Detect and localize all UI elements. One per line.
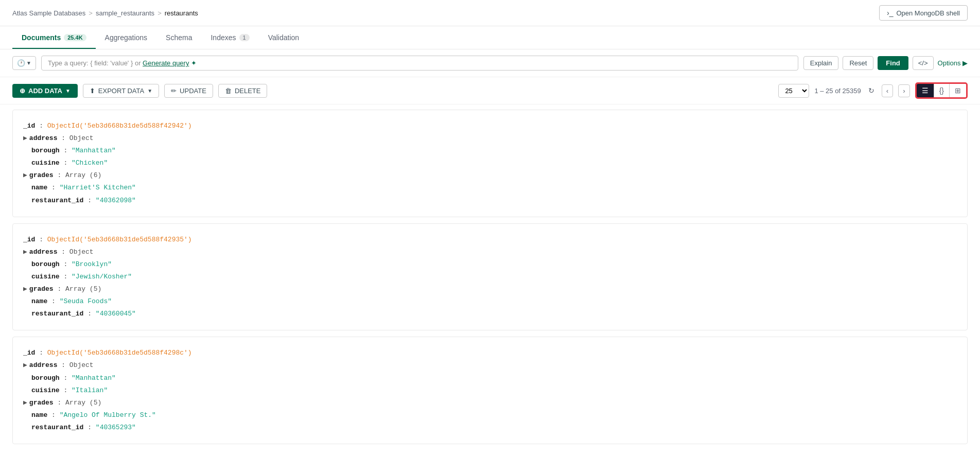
doc2-id-value: ObjectId('5eb3d668b31de5d588f42935')	[47, 236, 192, 243]
doc1-grades-expand[interactable]: ▶	[23, 171, 27, 179]
query-bar: 🕐 ▼ Type a query: { field: 'value' } or …	[0, 49, 980, 77]
add-data-label: ADD DATA	[28, 87, 62, 95]
doc3-id-value: ObjectId('5eb3d668b31de5d588f4298c')	[47, 349, 192, 357]
data-toolbar: ⊕ ADD DATA ▼ ⬆ EXPORT DATA ▼ ✏ UPDATE 🗑 …	[0, 77, 980, 104]
list-view-icon: ☰	[922, 86, 929, 95]
refresh-icon: ↻	[868, 86, 874, 95]
code-icon: </>	[918, 59, 928, 67]
doc1-address-line: ▶address : Object	[23, 133, 957, 144]
tab-documents-badge: 25.4K	[64, 34, 86, 41]
table-view-button[interactable]: ⊞	[950, 84, 966, 97]
breadcrumb-part2[interactable]: sample_restaurants	[96, 9, 154, 17]
document-card-3: _id : ObjectId('5eb3d668b31de5d588f4298c…	[12, 337, 968, 444]
delete-button[interactable]: 🗑 DELETE	[218, 84, 268, 98]
open-mongodb-shell-button[interactable]: ›_ Open MongoDB shell	[879, 5, 968, 21]
doc2-id-line: _id : ObjectId('5eb3d668b31de5d588f42935…	[23, 234, 957, 245]
doc2-restaurant-id-line: restaurant_id : "40360045"	[23, 308, 957, 320]
explain-button[interactable]: Explain	[803, 56, 839, 70]
clock-dropdown-icon: ▼	[26, 60, 31, 66]
doc1-id-line: _id : ObjectId('5eb3d668b31de5d588f42942…	[23, 120, 957, 132]
tab-documents[interactable]: Documents 25.4K	[12, 26, 96, 49]
doc2-borough-line: borough : "Brooklyn"	[23, 259, 957, 270]
options-link[interactable]: Options ▶	[938, 59, 968, 67]
doc1-address-expand[interactable]: ▶	[23, 134, 27, 142]
document-card-2: _id : ObjectId('5eb3d668b31de5d588f42935…	[12, 223, 968, 331]
doc2-address-expand[interactable]: ▶	[23, 248, 27, 256]
generate-query-icon: ✦	[191, 59, 197, 67]
next-page-button[interactable]: ›	[898, 84, 909, 97]
query-input-wrapper: Type a query: { field: 'value' } or Gene…	[41, 56, 798, 71]
doc1-cuisine-line: cuisine : "Chicken"	[23, 157, 957, 169]
add-data-chevron: ▼	[65, 88, 71, 94]
open-shell-label: Open MongoDB shell	[896, 9, 960, 17]
export-data-button[interactable]: ⬆ EXPORT DATA ▼	[83, 84, 159, 98]
tab-aggregations[interactable]: Aggregations	[96, 26, 157, 49]
doc2-cuisine-line: cuisine : "Jewish/Kosher"	[23, 271, 957, 283]
pagination-info: 1 – 25 of 25359	[814, 87, 861, 95]
table-view-icon: ⊞	[955, 86, 961, 95]
doc1-grades-line: ▶grades : Array (6)	[23, 170, 957, 181]
tabs-bar: Documents 25.4K Aggregations Schema Inde…	[0, 26, 980, 49]
tab-indexes-badge: 1	[239, 34, 250, 41]
prev-page-button[interactable]: ‹	[882, 84, 893, 97]
doc3-restaurant-id-line: restaurant_id : "40365293"	[23, 422, 957, 433]
per-page-select[interactable]: 25 50 100	[778, 84, 809, 98]
doc2-address-line: ▶address : Object	[23, 247, 957, 258]
reset-button[interactable]: Reset	[843, 56, 873, 70]
export-data-chevron: ▼	[147, 88, 152, 94]
update-button[interactable]: ✏ UPDATE	[164, 84, 213, 98]
doc3-id-line: _id : ObjectId('5eb3d668b31de5d588f4298c…	[23, 347, 957, 359]
breadcrumb-sep1: >	[89, 9, 93, 17]
next-icon: ›	[903, 87, 905, 95]
add-data-button[interactable]: ⊕ ADD DATA ▼	[12, 84, 78, 98]
tab-indexes-label: Indexes	[211, 33, 236, 42]
doc2-grades-line: ▶grades : Array (5)	[23, 284, 957, 295]
tab-indexes[interactable]: Indexes 1	[201, 26, 258, 49]
toolbar-left: ⊕ ADD DATA ▼ ⬆ EXPORT DATA ▼ ✏ UPDATE 🗑 …	[12, 84, 267, 98]
query-actions: Explain Reset Find </> Options ▶	[803, 56, 968, 70]
shell-icon: ›_	[887, 9, 893, 17]
code-view-button[interactable]: </>	[913, 56, 934, 70]
tab-validation[interactable]: Validation	[259, 26, 308, 49]
doc3-cuisine-line: cuisine : "Italian"	[23, 385, 957, 396]
toolbar-right: 25 50 100 1 – 25 of 25359 ↻ ‹ › ☰ {} ⊞	[778, 82, 968, 99]
doc3-address-line: ▶address : Object	[23, 360, 957, 371]
delete-label: DELETE	[235, 87, 261, 95]
update-icon: ✏	[171, 87, 177, 95]
tab-documents-label: Documents	[22, 33, 61, 42]
tab-validation-label: Validation	[268, 33, 299, 42]
breadcrumb-part3[interactable]: restaurants	[165, 9, 198, 17]
doc2-grades-expand[interactable]: ▶	[23, 285, 27, 293]
breadcrumb-bar: Atlas Sample Databases > sample_restaura…	[0, 0, 980, 26]
breadcrumb: Atlas Sample Databases > sample_restaura…	[12, 9, 198, 17]
doc3-grades-expand[interactable]: ▶	[23, 399, 27, 407]
json-view-icon: {}	[939, 86, 944, 95]
doc3-address-expand[interactable]: ▶	[23, 361, 27, 369]
refresh-button[interactable]: ↻	[866, 84, 877, 97]
clock-icon: 🕐	[17, 59, 25, 67]
plus-icon: ⊕	[20, 87, 25, 95]
documents-area: _id : ObjectId('5eb3d668b31de5d588f42942…	[0, 104, 980, 455]
find-button[interactable]: Find	[878, 56, 908, 70]
doc1-restaurant-id-line: restaurant_id : "40362098"	[23, 195, 957, 206]
export-icon: ⬆	[90, 87, 95, 95]
doc3-name-line: name : "Angelo Of Mulberry St."	[23, 410, 957, 421]
breadcrumb-sep2: >	[157, 9, 162, 17]
generate-query-link[interactable]: Generate query	[143, 59, 189, 67]
json-view-button[interactable]: {}	[934, 84, 950, 97]
document-card-1: _id : ObjectId('5eb3d668b31de5d588f42942…	[12, 110, 968, 217]
view-toggle: ☰ {} ⊞	[915, 82, 968, 99]
tab-aggregations-label: Aggregations	[105, 33, 148, 42]
export-data-label: EXPORT DATA	[98, 87, 144, 95]
doc3-grades-line: ▶grades : Array (5)	[23, 397, 957, 409]
doc2-name-line: name : "Seuda Foods"	[23, 296, 957, 307]
doc1-name-line: name : "Harriet'S Kitchen"	[23, 182, 957, 194]
list-view-button[interactable]: ☰	[917, 84, 934, 97]
prev-icon: ‹	[886, 87, 888, 95]
tab-schema-label: Schema	[166, 33, 192, 42]
tab-schema[interactable]: Schema	[156, 26, 201, 49]
query-history-button[interactable]: 🕐 ▼	[12, 56, 36, 70]
update-label: UPDATE	[180, 87, 206, 95]
breadcrumb-part1[interactable]: Atlas Sample Databases	[12, 9, 85, 17]
doc3-borough-line: borough : "Manhattan"	[23, 373, 957, 384]
